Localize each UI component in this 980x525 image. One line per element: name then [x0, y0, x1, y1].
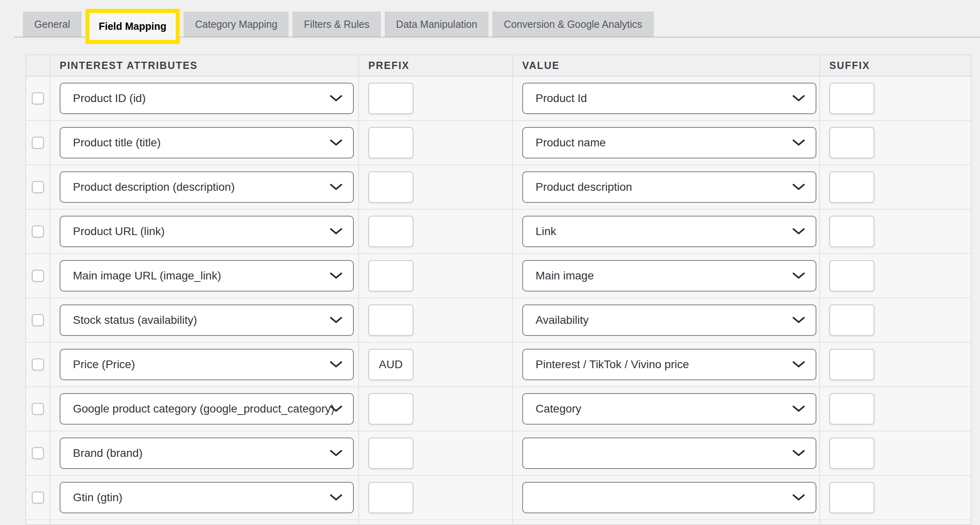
prefix-input[interactable]: [368, 482, 413, 513]
value-select[interactable]: Category: [522, 393, 816, 425]
value-select[interactable]: Product name: [522, 127, 816, 158]
value-selected-value: Link: [536, 225, 556, 238]
row-checkbox[interactable]: [32, 403, 44, 415]
tab-category-mapping[interactable]: Category Mapping: [184, 12, 289, 37]
suffix-input[interactable]: [829, 83, 874, 114]
suffix-input[interactable]: [829, 438, 874, 469]
chevron-down-icon: [330, 184, 342, 190]
pinterest-attribute-select[interactable]: Gtin (gtin): [60, 482, 354, 513]
pinterest-attribute-selected-value: Brand (brand): [73, 447, 143, 460]
column-header-prefix: PREFIX: [359, 55, 513, 77]
row-checkbox[interactable]: [32, 225, 44, 237]
value-select[interactable]: [522, 482, 816, 513]
suffix-input[interactable]: [829, 216, 874, 247]
chevron-down-icon: [793, 406, 805, 412]
value-selected-value: Category: [536, 402, 581, 415]
prefix-input[interactable]: [368, 304, 413, 336]
pinterest-attribute-selected-value: Main image URL (image_link): [73, 269, 221, 282]
chevron-down-icon: [330, 95, 342, 102]
pinterest-attribute-selected-value: Stock status (availability): [73, 314, 197, 327]
pinterest-attribute-selected-value: Gtin (gtin): [73, 491, 122, 504]
pinterest-attribute-selected-value: Product ID (id): [73, 92, 146, 105]
chevron-down-icon: [330, 317, 342, 323]
chevron-down-icon: [330, 494, 342, 501]
tab-general[interactable]: General: [23, 12, 81, 37]
chevron-down-icon: [330, 228, 342, 235]
prefix-input[interactable]: [368, 216, 413, 247]
suffix-input[interactable]: [829, 260, 874, 292]
pinterest-attribute-select[interactable]: Google product category (google_product_…: [60, 393, 354, 425]
prefix-input[interactable]: [368, 260, 413, 292]
suffix-input[interactable]: [829, 482, 874, 513]
pinterest-attribute-select[interactable]: Main image URL (image_link): [60, 260, 354, 292]
chevron-down-icon: [793, 494, 805, 501]
pinterest-attribute-selected-value: Product title (title): [73, 136, 161, 149]
pinterest-attribute-selected-value: Price (Price): [73, 358, 135, 371]
settings-tabbar: General Field Mapping Category Mapping F…: [23, 12, 654, 37]
prefix-input[interactable]: [368, 83, 413, 114]
field-mapping-table: PINTEREST ATTRIBUTES PREFIX VALUE SUFFIX…: [25, 54, 972, 525]
value-select[interactable]: Availability: [522, 304, 816, 336]
chevron-down-icon: [330, 361, 342, 368]
prefix-input[interactable]: [368, 438, 413, 469]
row-checkbox[interactable]: [32, 181, 44, 193]
suffix-input[interactable]: [829, 304, 874, 336]
value-select[interactable]: Product Id: [522, 83, 816, 114]
row-checkbox[interactable]: [32, 492, 44, 504]
value-selected-value: Product Id: [536, 92, 587, 105]
value-select[interactable]: Product description: [522, 171, 816, 203]
tab-filters-rules[interactable]: Filters & Rules: [293, 12, 381, 37]
value-select[interactable]: Pinterest / TikTok / Vivino price: [522, 349, 816, 380]
value-select[interactable]: Main image: [522, 260, 816, 292]
value-selected-value: Main image: [536, 269, 594, 282]
row-checkbox[interactable]: [32, 92, 44, 104]
column-header-suffix: SUFFIX: [820, 55, 971, 77]
column-header-pinterest-attributes: PINTEREST ATTRIBUTES: [50, 55, 359, 77]
chevron-down-icon: [793, 140, 805, 146]
chevron-down-icon: [793, 273, 805, 279]
tab-field-mapping[interactable]: Field Mapping: [89, 13, 176, 40]
chevron-down-icon: [330, 450, 342, 456]
prefix-input[interactable]: [368, 393, 413, 425]
chevron-down-icon: [793, 361, 805, 368]
suffix-input[interactable]: [829, 393, 874, 425]
row-checkbox[interactable]: [32, 270, 44, 282]
row-checkbox[interactable]: [32, 137, 44, 149]
chevron-down-icon: [793, 184, 805, 190]
pinterest-attribute-selected-value: Product description (description): [73, 181, 235, 194]
suffix-input[interactable]: [829, 349, 874, 380]
pinterest-attribute-selected-value: Product URL (link): [73, 225, 165, 238]
row-checkbox[interactable]: [32, 358, 44, 371]
chevron-down-icon: [793, 317, 805, 323]
suffix-input[interactable]: [829, 127, 874, 158]
chevron-down-icon: [330, 273, 342, 279]
prefix-input[interactable]: [368, 349, 413, 380]
tab-conversion-google-analytics[interactable]: Conversion & Google Analytics: [492, 12, 653, 37]
tab-data-manipulation[interactable]: Data Manipulation: [385, 12, 489, 37]
pinterest-attribute-selected-value: Google product category (google_product_…: [73, 402, 334, 415]
field-mapping-page: General Field Mapping Category Mapping F…: [0, 0, 980, 525]
column-header-checkbox: [26, 55, 50, 77]
row-checkbox[interactable]: [32, 447, 44, 459]
pinterest-attribute-select[interactable]: Product ID (id): [60, 83, 354, 114]
pinterest-attribute-select[interactable]: Product title (title): [60, 127, 354, 158]
pinterest-attribute-select[interactable]: Product description (description): [60, 171, 354, 203]
value-selected-value: Product name: [536, 136, 606, 149]
value-selected-value: Availability: [536, 314, 589, 327]
value-select[interactable]: Link: [522, 216, 816, 247]
value-select[interactable]: [522, 438, 816, 469]
column-header-value: VALUE: [513, 55, 820, 77]
prefix-input[interactable]: [368, 127, 413, 158]
chevron-down-icon: [330, 140, 342, 146]
row-checkbox[interactable]: [32, 314, 44, 326]
pinterest-attribute-select[interactable]: Price (Price): [60, 349, 354, 380]
pinterest-attribute-select[interactable]: Stock status (availability): [60, 304, 354, 336]
prefix-input[interactable]: [368, 171, 413, 203]
chevron-down-icon: [793, 95, 805, 102]
pinterest-attribute-select[interactable]: Brand (brand): [60, 438, 354, 469]
pinterest-attribute-select[interactable]: Product URL (link): [60, 216, 354, 247]
chevron-down-icon: [793, 450, 805, 456]
chevron-down-icon: [793, 228, 805, 235]
suffix-input[interactable]: [829, 171, 874, 203]
value-selected-value: Product description: [536, 181, 632, 194]
